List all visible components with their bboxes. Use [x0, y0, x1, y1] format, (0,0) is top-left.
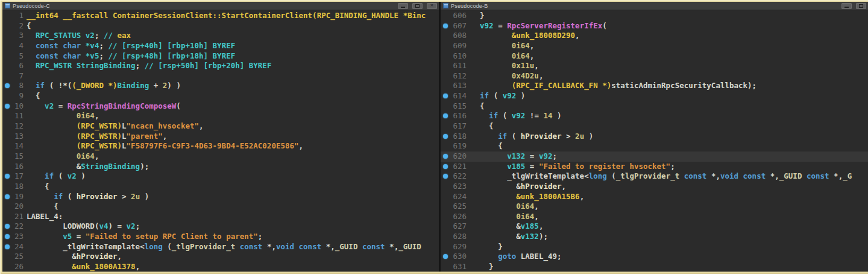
code-line[interactable]: 607 v92 = RpcServerRegisterIfEx(	[441, 21, 868, 31]
breakpoint-gutter[interactable]	[441, 141, 450, 151]
breakpoint-gutter[interactable]	[2, 182, 12, 192]
breakpoint-gutter[interactable]	[2, 262, 12, 272]
pane-title-bar[interactable]: Pseudocode-B	[441, 2, 868, 10]
breakpoint-gutter[interactable]	[2, 21, 12, 31]
breakpoint-gutter[interactable]	[441, 262, 450, 272]
code-line[interactable]: 24 _tlgWriteTemplate<long (_tlgProvider_…	[2, 242, 439, 252]
code-line[interactable]: 12 (RPC_WSTR)L"ncacn_hvsocket",	[2, 121, 439, 132]
minimize-icon[interactable]	[841, 3, 852, 9]
code-line[interactable]: 17 if ( v2 )	[2, 171, 439, 182]
code-line[interactable]: 606 }	[441, 11, 868, 21]
pane-title-bar[interactable]: Pseudocode-C	[2, 2, 439, 10]
breakpoint-dot[interactable]	[441, 151, 450, 162]
code-line[interactable]: 615 {	[441, 101, 868, 112]
breakpoint-gutter[interactable]	[2, 162, 12, 172]
breakpoint-gutter[interactable]	[2, 11, 12, 21]
breakpoint-gutter[interactable]	[441, 242, 450, 252]
code-line[interactable]: 5 const char *v5; // [rsp+48h] [rbp+18h]…	[2, 51, 439, 62]
breakpoint-gutter[interactable]	[2, 31, 12, 41]
code-line[interactable]: 621 v185 = "Failed to register hvsocket"…	[441, 162, 868, 172]
breakpoint-gutter[interactable]	[441, 202, 450, 212]
code-line[interactable]: 619 {	[441, 141, 868, 151]
code-line[interactable]: 6 RPC_WSTR StringBinding; // [rsp+50h] […	[2, 61, 439, 71]
breakpoint-dot[interactable]	[441, 111, 450, 121]
code-line[interactable]: 629 }	[441, 242, 868, 252]
breakpoint-gutter[interactable]	[441, 221, 450, 232]
code-line[interactable]: 16 &StringBinding);	[2, 162, 439, 172]
breakpoint-gutter[interactable]	[2, 141, 12, 151]
code-line[interactable]: 622 _tlgWriteTemplate<long (_tlgProvider…	[441, 171, 868, 182]
breakpoint-gutter[interactable]	[441, 71, 450, 81]
code-line[interactable]: 21LABEL_4:	[2, 212, 439, 222]
code-line[interactable]: 627 &v185,	[441, 221, 868, 232]
code-line[interactable]: 18 {	[2, 182, 439, 192]
code-line[interactable]: 15 0i64,	[2, 151, 439, 162]
code-line[interactable]: 3 RPC_STATUS v2; // eax	[2, 31, 439, 41]
breakpoint-gutter[interactable]	[2, 151, 12, 162]
breakpoint-gutter[interactable]	[2, 132, 12, 142]
code-line[interactable]: 22 LODWORD(v4) = v2;	[2, 221, 439, 232]
code-line[interactable]: 19 if ( hProvider > 2u )	[2, 192, 439, 202]
breakpoint-dot[interactable]	[441, 21, 450, 31]
code-area[interactable]: 1__int64 __fastcall ContainerSessionClie…	[2, 10, 439, 272]
breakpoint-gutter[interactable]	[2, 61, 12, 71]
breakpoint-gutter[interactable]	[441, 121, 450, 132]
code-line[interactable]: 618 if ( hProvider > 2u )	[441, 132, 868, 142]
code-line[interactable]: 611 0x11u,	[441, 61, 868, 71]
code-line[interactable]: 4 const char *v4; // [rsp+40h] [rbp+10h]…	[2, 41, 439, 51]
code-line[interactable]: 23 v5 = "Failed to setup RPC Client to p…	[2, 232, 439, 242]
code-line[interactable]: 10 v2 = RpcStringBindingComposeW(	[2, 101, 439, 112]
breakpoint-gutter[interactable]	[2, 212, 12, 222]
code-line[interactable]: 25 &hProvider,	[2, 252, 439, 262]
code-line[interactable]: 2{	[2, 21, 439, 31]
breakpoint-dot[interactable]	[2, 242, 12, 252]
breakpoint-gutter[interactable]	[441, 51, 450, 62]
breakpoint-gutter[interactable]	[2, 71, 12, 81]
breakpoint-gutter[interactable]	[441, 11, 450, 21]
breakpoint-dot[interactable]	[2, 81, 12, 91]
breakpoint-gutter[interactable]	[441, 212, 450, 222]
breakpoint-dot[interactable]	[2, 171, 12, 182]
breakpoint-gutter[interactable]	[441, 61, 450, 71]
breakpoint-gutter[interactable]	[441, 101, 450, 112]
breakpoint-dot[interactable]	[441, 252, 450, 262]
breakpoint-gutter[interactable]	[441, 232, 450, 242]
restore-icon[interactable]	[856, 3, 866, 9]
breakpoint-dot[interactable]	[2, 221, 12, 232]
code-line[interactable]: 20 {	[2, 202, 439, 212]
breakpoint-gutter[interactable]	[441, 192, 450, 202]
breakpoint-dot[interactable]	[441, 162, 450, 172]
code-line[interactable]: 625 0i64,	[441, 202, 868, 212]
code-line[interactable]: 9 {	[2, 91, 439, 101]
breakpoint-gutter[interactable]	[2, 202, 12, 212]
breakpoint-gutter[interactable]	[441, 31, 450, 41]
code-line[interactable]: 617 {	[441, 121, 868, 132]
breakpoint-gutter[interactable]	[2, 91, 12, 101]
close-icon[interactable]	[427, 3, 437, 9]
breakpoint-gutter[interactable]	[2, 51, 12, 62]
code-line[interactable]: 11 0i64,	[2, 111, 439, 121]
code-line[interactable]: 26 &unk_1800A1378,	[2, 262, 439, 272]
breakpoint-gutter[interactable]	[441, 81, 450, 91]
code-line[interactable]: 8 if ( !*((_DWORD *)Binding + 2) )	[2, 81, 439, 91]
code-line[interactable]: 1__int64 __fastcall ContainerSessionClie…	[2, 11, 439, 21]
code-line[interactable]: 620 v132 = v92;	[441, 151, 868, 162]
code-line[interactable]: 628 &v132);	[441, 232, 868, 242]
code-line[interactable]: 613 (RPC_IF_CALLBACK_FN *)staticAdminRpc…	[441, 81, 868, 91]
code-line[interactable]: 608 &unk_18008D290,	[441, 31, 868, 41]
breakpoint-dot[interactable]	[2, 232, 12, 242]
code-line[interactable]: 630 goto LABEL_49;	[441, 252, 868, 262]
code-line[interactable]: 612 0x4D2u,	[441, 71, 868, 81]
breakpoint-dot[interactable]	[441, 91, 450, 101]
breakpoint-gutter[interactable]	[441, 41, 450, 51]
breakpoint-gutter[interactable]	[2, 121, 12, 132]
breakpoint-dot[interactable]	[2, 192, 12, 202]
breakpoint-dot[interactable]	[441, 132, 450, 142]
code-line[interactable]: 616 if ( v92 != 14 )	[441, 111, 868, 121]
minimize-icon[interactable]	[398, 3, 408, 9]
code-line[interactable]: 13 (RPC_WSTR)L"parent",	[2, 132, 439, 142]
code-line[interactable]: 614 if ( v92 )	[441, 91, 868, 101]
code-line[interactable]: 631 }	[441, 262, 868, 272]
code-line[interactable]: 626 0i64,	[441, 212, 868, 222]
code-line[interactable]: 609 0i64,	[441, 41, 868, 51]
